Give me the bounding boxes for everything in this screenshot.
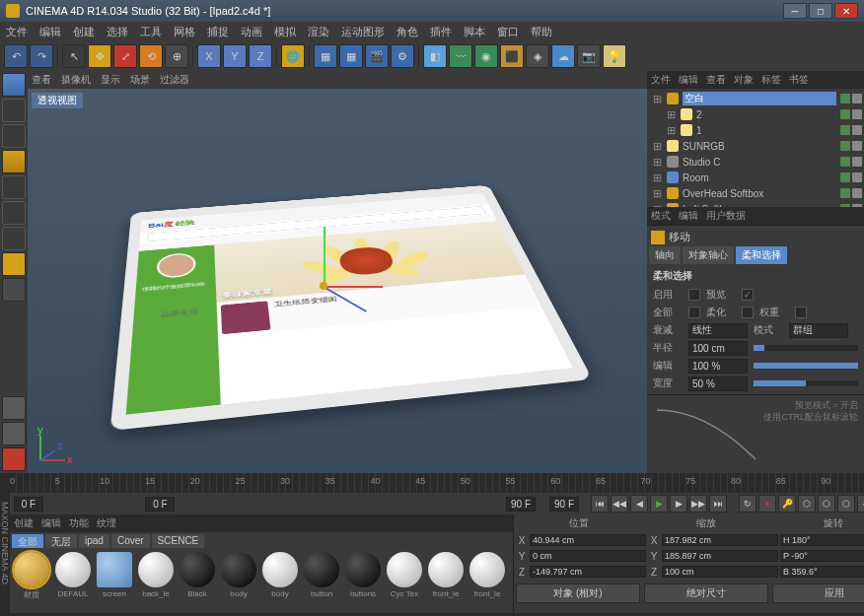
pos-y-input[interactable]	[530, 550, 646, 562]
menu-snap[interactable]: 捕捉	[207, 25, 229, 39]
render-view-button[interactable]: ▦	[314, 44, 337, 68]
redo-button[interactable]: ↷	[30, 44, 53, 68]
material-item[interactable]: body	[219, 552, 258, 611]
maximize-button[interactable]: □	[809, 3, 832, 19]
tab-axis[interactable]: 轴向	[649, 246, 681, 264]
close-button[interactable]: ✕	[834, 3, 858, 19]
menu-plugins[interactable]: 插件	[430, 25, 452, 39]
next-frame-button[interactable]: ▶	[670, 495, 687, 513]
start-frame-input[interactable]	[14, 497, 43, 512]
add-deformer-button[interactable]: ◈	[526, 44, 549, 68]
goto-start-button[interactable]: ⏮	[591, 495, 609, 513]
tweak-mode-button[interactable]	[2, 278, 26, 302]
radius-input[interactable]	[688, 341, 748, 356]
filter-ipad[interactable]: ipad	[79, 534, 109, 548]
strength-input[interactable]	[688, 359, 748, 374]
render-region-button[interactable]: ▦	[339, 44, 363, 68]
falloff-input[interactable]	[688, 323, 748, 338]
coord-size-select[interactable]: 绝对尺寸	[644, 583, 768, 603]
size-z-input[interactable]	[662, 566, 778, 578]
menu-sim[interactable]: 模拟	[274, 25, 296, 39]
scale-tool[interactable]: ⤢	[113, 44, 137, 68]
pos-z-input[interactable]	[530, 566, 646, 578]
render-pv-button[interactable]: 🎬	[365, 44, 389, 68]
add-camera-button[interactable]: 📷	[577, 44, 601, 68]
make-editable-button[interactable]	[2, 73, 26, 97]
material-grid[interactable]: 材质DEFAULscreenback_leBlackbodybodybutton…	[10, 550, 513, 613]
filter-nolayer[interactable]: 无层	[45, 534, 77, 548]
menu-tools[interactable]: 工具	[140, 25, 162, 39]
vp-scene[interactable]: 场景	[130, 73, 150, 87]
tree-row[interactable]: ⊞Room	[649, 170, 862, 185]
vp-camera[interactable]: 摄像机	[61, 73, 91, 87]
tree-row[interactable]: ⊞Studio C	[649, 154, 862, 170]
range-end-input[interactable]	[549, 497, 579, 512]
enable-check[interactable]	[688, 289, 700, 301]
tree-row[interactable]: ⊞2	[649, 106, 862, 122]
width-input[interactable]	[688, 376, 748, 391]
vp-view[interactable]: 查看	[32, 73, 51, 87]
model-mode-button[interactable]	[2, 99, 26, 122]
add-light-button[interactable]: 💡	[603, 44, 626, 68]
rot-p-input[interactable]	[780, 550, 864, 562]
axis-mode-button[interactable]	[2, 252, 26, 276]
goto-end-button[interactable]: ⏭	[709, 495, 727, 513]
workplane-button[interactable]	[2, 150, 26, 173]
record-button[interactable]: ●	[758, 495, 776, 513]
axis-y-toggle[interactable]: Y	[223, 44, 247, 68]
size-x-input[interactable]	[662, 534, 778, 546]
current-frame-input[interactable]	[145, 497, 175, 512]
size-y-input[interactable]	[662, 550, 778, 562]
undo-button[interactable]: ↶	[4, 44, 28, 68]
material-item[interactable]: button	[302, 552, 341, 611]
vp-filter[interactable]: 过滤器	[160, 73, 189, 87]
key-pos-button[interactable]: ⬡	[798, 495, 816, 513]
point-mode-button[interactable]	[2, 175, 26, 199]
viewport[interactable]: 透视视图 Bai度经验 信我	[28, 89, 647, 473]
material-item[interactable]: DEFAUL	[53, 552, 93, 611]
width-slider[interactable]	[754, 380, 858, 386]
menu-script[interactable]: 脚本	[464, 25, 485, 39]
next-key-button[interactable]: ▶▶	[689, 495, 707, 513]
add-spline-button[interactable]: 〰	[449, 44, 472, 68]
vp-display[interactable]: 显示	[101, 73, 120, 87]
mode-input[interactable]	[789, 323, 848, 338]
snap-button[interactable]	[2, 396, 26, 420]
material-item[interactable]: screen	[95, 552, 134, 611]
tree-row[interactable]: ⊞空白	[649, 91, 862, 106]
material-item[interactable]: back_le	[136, 552, 176, 611]
menu-mograph[interactable]: 运动图形	[341, 25, 385, 39]
material-item[interactable]: buttons	[343, 552, 383, 611]
menu-mesh[interactable]: 网格	[174, 25, 195, 39]
key-scale-button[interactable]: ⬡	[818, 495, 835, 513]
object-tree[interactable]: ⊞空白⊞2⊞1⊞SUNRGB⊞Studio C⊞Room⊞OverHead So…	[647, 89, 864, 207]
end-frame-input[interactable]	[506, 497, 536, 512]
move-tool[interactable]: ✥	[88, 44, 111, 68]
snap-settings-button[interactable]	[2, 422, 26, 445]
menu-help[interactable]: 帮助	[531, 25, 552, 39]
coord-apply-button[interactable]: 应用	[772, 583, 864, 603]
rot-b-input[interactable]	[780, 566, 864, 578]
render-settings-button[interactable]: ⚙	[391, 44, 414, 68]
tree-row[interactable]: ⊞SUNRGB	[649, 138, 862, 154]
minimize-button[interactable]: ─	[783, 3, 807, 19]
coord-mode-select[interactable]: 对象 (相对)	[516, 583, 640, 603]
filter-scence[interactable]: SCENCE	[152, 534, 205, 548]
recent-tool[interactable]: ⊕	[165, 44, 188, 68]
loop-button[interactable]: ↻	[739, 495, 756, 513]
poly-mode-button[interactable]	[2, 227, 26, 250]
material-item[interactable]: body	[260, 552, 300, 611]
axis-x-toggle[interactable]: X	[197, 44, 221, 68]
radius-slider[interactable]	[754, 345, 858, 351]
prev-key-button[interactable]: ◀◀	[611, 495, 628, 513]
autokey-button[interactable]: 🔑	[778, 495, 796, 513]
texture-mode-button[interactable]	[2, 124, 26, 148]
menu-edit[interactable]: 编辑	[39, 25, 61, 39]
material-item[interactable]: front_le	[468, 552, 507, 611]
tree-row[interactable]: ⊞1	[649, 122, 862, 138]
play-button[interactable]: ▶	[650, 495, 668, 513]
rot-h-input[interactable]	[780, 534, 864, 546]
key-param-button[interactable]: ◆	[857, 495, 864, 513]
strength-slider[interactable]	[754, 363, 858, 369]
tab-softselect[interactable]: 柔和选择	[736, 246, 787, 264]
